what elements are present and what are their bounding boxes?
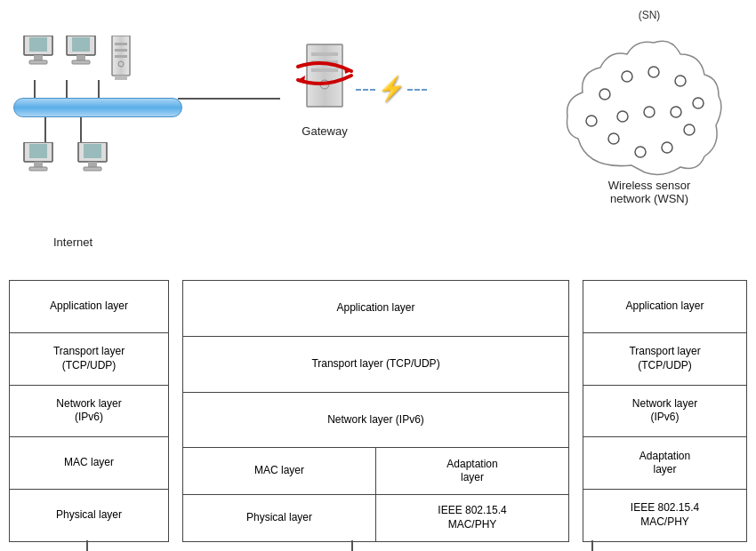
internet-section: Internet	[9, 9, 213, 240]
left-transport-layer: Transport layer(TCP/UDP)	[10, 333, 168, 386]
computer-icon-3	[22, 142, 54, 191]
svg-rect-11	[115, 55, 127, 58]
connection-gateway-wsn: ⚡	[356, 76, 427, 103]
wsn-section: (SN) Wireless sensornet	[560, 9, 738, 205]
left-app-layer: Application layer	[10, 281, 168, 333]
gateway-tower	[289, 40, 360, 120]
svg-rect-5	[72, 37, 90, 52]
svg-rect-2	[34, 55, 43, 60]
middle-stack: Application layer Transport layer (TCP/U…	[182, 280, 569, 542]
svg-rect-13	[115, 76, 127, 80]
svg-rect-19	[84, 144, 101, 158]
right-transport-layer: Transport layer(TCP/UDP)	[583, 333, 746, 386]
right-network-layer: Network layer(IPv6)	[583, 386, 746, 438]
bottom-line-middle	[351, 540, 353, 551]
computer-icon-4	[76, 142, 109, 191]
left-physical-layer: Physical layer	[10, 490, 168, 541]
computer-icon-2	[65, 36, 97, 87]
svg-point-37	[608, 133, 619, 144]
mid-mac-adaptation-row: MAC layer Adaptationlayer	[183, 448, 568, 495]
tables-area: Application layer Transport layer(TCP/UD…	[9, 280, 747, 542]
left-mac-layer: MAC layer	[10, 437, 168, 490]
mid-transport-layer: Transport layer (TCP/UDP)	[183, 337, 568, 393]
svg-point-34	[684, 124, 695, 135]
svg-rect-10	[115, 49, 127, 52]
svg-rect-1	[29, 37, 47, 52]
right-app-layer: Application layer	[583, 281, 746, 333]
svg-rect-16	[34, 162, 43, 167]
svg-rect-21	[84, 167, 101, 171]
svg-point-39	[644, 107, 655, 117]
svg-point-30	[622, 71, 632, 82]
right-adaptation-layer: Adaptationlayer	[583, 437, 746, 490]
svg-rect-17	[29, 167, 47, 171]
svg-rect-23	[311, 52, 338, 56]
mid-mac-layer: MAC layer	[183, 448, 376, 494]
svg-point-12	[118, 61, 124, 67]
svg-rect-3	[29, 60, 47, 64]
right-ieee-layer: IEEE 802.15.4MAC/PHY	[583, 490, 746, 541]
svg-point-40	[671, 107, 681, 117]
left-network-layer: Network layer(IPv6)	[10, 386, 168, 438]
wsn-cloud	[560, 23, 729, 188]
mid-physical-layer: Physical layer	[183, 495, 376, 541]
computer-icon-1	[22, 36, 54, 87]
svg-point-32	[675, 76, 686, 86]
svg-rect-25	[311, 68, 338, 72]
svg-rect-15	[29, 144, 47, 158]
svg-rect-6	[76, 55, 85, 60]
mid-app-layer: Application layer	[183, 281, 568, 337]
svg-point-36	[635, 147, 646, 157]
svg-rect-20	[88, 162, 97, 167]
conn-line-internet-gateway	[178, 98, 280, 100]
lightning-icon: ⚡	[376, 75, 407, 105]
bottom-line-left	[86, 540, 88, 551]
svg-point-33	[693, 98, 704, 108]
internet-label: Internet	[53, 236, 92, 249]
server-tower	[108, 36, 134, 87]
gateway-label: Gateway	[271, 124, 378, 138]
mid-ieee-layer: IEEE 802.15.4MAC/PHY	[376, 495, 568, 541]
svg-point-41	[617, 111, 628, 122]
left-stack: Application layer Transport layer(TCP/UD…	[9, 280, 169, 542]
svg-point-35	[662, 142, 672, 153]
mid-physical-ieee-row: Physical layer IEEE 802.15.4MAC/PHY	[183, 495, 568, 541]
diagram-area: Internet	[0, 0, 756, 276]
right-stack: Application layer Transport layer(TCP/UD…	[583, 280, 747, 542]
bottom-line-right	[591, 540, 593, 551]
ethernet-bus	[13, 98, 182, 117]
sn-label: (SN)	[560, 9, 738, 21]
svg-point-38	[586, 116, 597, 126]
svg-point-29	[599, 89, 610, 100]
mid-network-layer: Network layer (IPv6)	[183, 393, 568, 449]
svg-rect-7	[72, 60, 90, 64]
svg-point-31	[648, 67, 659, 77]
svg-rect-9	[115, 43, 127, 45]
mid-adaptation-layer: Adaptationlayer	[376, 448, 568, 494]
